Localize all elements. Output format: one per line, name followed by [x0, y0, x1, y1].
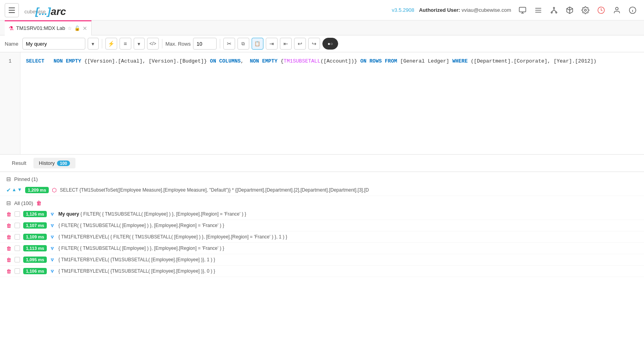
tab-result[interactable]: Result [6, 158, 32, 168]
hierarchy-icon-btn[interactable] [547, 4, 561, 17]
outdent-btn[interactable]: ⇤ [280, 38, 292, 50]
format-dropdown-btn[interactable]: ▾ [134, 38, 145, 50]
cut-icon: ✂ [227, 41, 232, 47]
svg-point-8 [556, 12, 557, 13]
pinned-label: Pinned (1) [14, 176, 38, 182]
star-icon[interactable]: ☆ [68, 26, 72, 31]
monitor-icon-btn[interactable] [516, 4, 529, 17]
cube-icon-btn[interactable] [563, 4, 576, 17]
row-trash-icon-0[interactable]: 🗑 [6, 211, 11, 217]
svg-point-11 [616, 7, 618, 10]
lines-icon: ≡ [124, 41, 127, 47]
chevron-down-icon-2: ▾ [138, 41, 140, 47]
code-btn[interactable]: </> [147, 38, 159, 50]
row-checkbox-2[interactable] [15, 234, 20, 240]
row-checkbox-4[interactable] [15, 257, 20, 262]
row-trash-icon-1[interactable]: 🗑 [6, 223, 11, 229]
results-tabs: Result History 100 [0, 155, 644, 172]
undo-btn[interactable]: ↩ [294, 38, 306, 50]
format-btn[interactable]: ≡ [120, 38, 131, 50]
maxrows-input[interactable] [193, 38, 217, 50]
row-trash-icon-3[interactable]: 🗑 [6, 246, 11, 251]
row-checkbox-3[interactable] [15, 246, 20, 251]
row-ms-0: 1,126 ms [23, 211, 47, 217]
undo-icon: ↩ [298, 41, 302, 47]
row-checkbox-5[interactable] [15, 268, 20, 274]
gear-icon-btn[interactable] [579, 4, 592, 17]
svg-point-7 [551, 12, 552, 13]
query-name-input[interactable] [22, 38, 85, 50]
row-trash-icon-4[interactable]: 🗑 [6, 257, 11, 263]
history-row-3[interactable]: 🗑 1,113 ms ⛛ { FILTER( { TM1SUBSETALL( [… [0, 243, 644, 254]
row-text-1: { FILTER( { TM1SUBSETALL( [Employee] ) }… [58, 223, 638, 228]
row-ms-2: 1,109 ms [23, 234, 47, 240]
all-collapse-icon[interactable]: ⊟ [6, 200, 11, 206]
history-row-1[interactable]: 🗑 1,107 ms ⛛ { FILTER( { TM1SUBSETALL( [… [0, 220, 644, 231]
tab-history[interactable]: History 100 [33, 158, 75, 168]
name-dropdown-btn[interactable]: ▾ [88, 38, 99, 50]
row-text-3: { FILTER( { TM1SUBSETALL( [Employee] ) }… [58, 246, 638, 251]
row-checkbox-0[interactable] [15, 211, 20, 217]
up-icon: ▲ [12, 187, 17, 193]
cube-row-icon: ⬡ [52, 187, 57, 193]
paste-icon: 📋 [254, 41, 260, 46]
row-trash-icon-5[interactable]: 🗑 [6, 268, 11, 274]
all-trash-icon[interactable]: 🗑 [36, 200, 42, 206]
down-icon: ▼ [17, 187, 22, 193]
tab-bar: ⚗ TM1SRV01:MDX Lab ☆ 🔓 ✕ [0, 20, 644, 35]
row-hierarchy-icon-5: ⛛ [50, 268, 55, 274]
clock-icon-btn[interactable] [594, 4, 608, 17]
flask-icon: ⚗ [9, 25, 14, 31]
separator-1 [102, 39, 102, 48]
history-row-2[interactable]: 🗑 1,109 ms ⛛ { TM1FILTERBYLEVEL( { FILTE… [0, 231, 644, 243]
chevron-down-icon: ▾ [92, 41, 94, 47]
row-ms-1: 1,107 ms [23, 222, 47, 229]
row-hierarchy-icon-0: ⛛ [50, 211, 55, 217]
mdx-lab-tab[interactable]: ⚗ TM1SRV01:MDX Lab ☆ 🔓 ✕ [5, 20, 92, 35]
redo-btn[interactable]: ↪ [308, 38, 320, 50]
toggle-btn[interactable]: ●○ [322, 38, 338, 50]
name-label: Name [5, 41, 18, 47]
pinned-row[interactable]: ✔ ▲ ▼ 1,209 ms ⬡ SELECT {TM1SubsetToSet(… [0, 185, 644, 196]
history-badge: 100 [57, 161, 70, 166]
hamburger-icon [9, 7, 15, 13]
history-row-4[interactable]: 🗑 1,095 ms ⛛ { TM1FILTERBYLEVEL( {TM1SUB… [0, 254, 644, 266]
indent-btn[interactable]: ⇥ [266, 38, 278, 50]
svg-point-6 [553, 7, 554, 8]
cut-btn[interactable]: ✂ [223, 38, 235, 50]
version-label: v3.5.2908 [392, 7, 414, 13]
paste-btn[interactable]: 📋 [252, 38, 263, 50]
auth-label: Authorized User: vviau@cubewise.com [419, 7, 511, 13]
code-editor[interactable]: SELECT NON EMPTY {[Version].[Actual], [V… [20, 52, 644, 154]
results-content[interactable]: ⊟ Pinned (1) ✔ ▲ ▼ 1,209 ms ⬡ SELECT {TM… [0, 172, 644, 360]
history-row-0[interactable]: 🗑 1,126 ms ⛛ My query { FILTER( { TM1SUB… [0, 209, 644, 220]
pinned-collapse-icon[interactable]: ⊟ [6, 176, 11, 182]
row-ms-4: 1,095 ms [23, 257, 47, 263]
user-icon-btn[interactable] [610, 4, 624, 17]
list-icon-btn[interactable] [532, 4, 545, 17]
result-tab-label: Result [12, 160, 26, 166]
run-btn[interactable]: ⚡ [105, 38, 117, 50]
pinned-row-text: SELECT {TM1SubsetToSet([Employee Measure… [60, 187, 638, 193]
history-row-5[interactable]: 🗑 1,106 ms ⛛ { TM1FILTERBYLEVEL( {TM1SUB… [0, 266, 644, 277]
indent-icon: ⇥ [269, 41, 274, 47]
row-text-4: { TM1FILTERBYLEVEL( {TM1SUBSETALL( [Empl… [58, 257, 638, 262]
lock-icon: 🔓 [74, 26, 80, 31]
row-text-0: My query { FILTER( { TM1SUBSETALL( [Empl… [58, 211, 638, 217]
row-hierarchy-icon-1: ⛛ [50, 223, 55, 229]
row-checkbox-1[interactable] [15, 223, 20, 228]
row-hierarchy-icon-3: ⛛ [50, 246, 55, 251]
top-nav: cubewise [...]arc v3.5.2908 Authorized U… [0, 0, 644, 20]
row-hierarchy-icon-2: ⛛ [50, 234, 55, 240]
outdent-icon: ⇤ [283, 41, 288, 47]
info-icon-btn[interactable] [626, 4, 639, 17]
toolbar: Name ▾ ⚡ ≡ ▾ </> Max. Rows ✂ ⧉ 📋 [0, 35, 644, 52]
pinned-ms-badge: 1,209 ms [25, 187, 49, 193]
tab-close-btn[interactable]: ✕ [83, 25, 87, 31]
hamburger-button[interactable] [5, 3, 19, 17]
separator-3 [220, 39, 220, 48]
copy-icon: ⧉ [241, 41, 245, 46]
row-trash-icon-2[interactable]: 🗑 [6, 234, 11, 240]
copy-btn[interactable]: ⧉ [237, 38, 249, 50]
row-hierarchy-icon-4: ⛛ [50, 257, 55, 263]
